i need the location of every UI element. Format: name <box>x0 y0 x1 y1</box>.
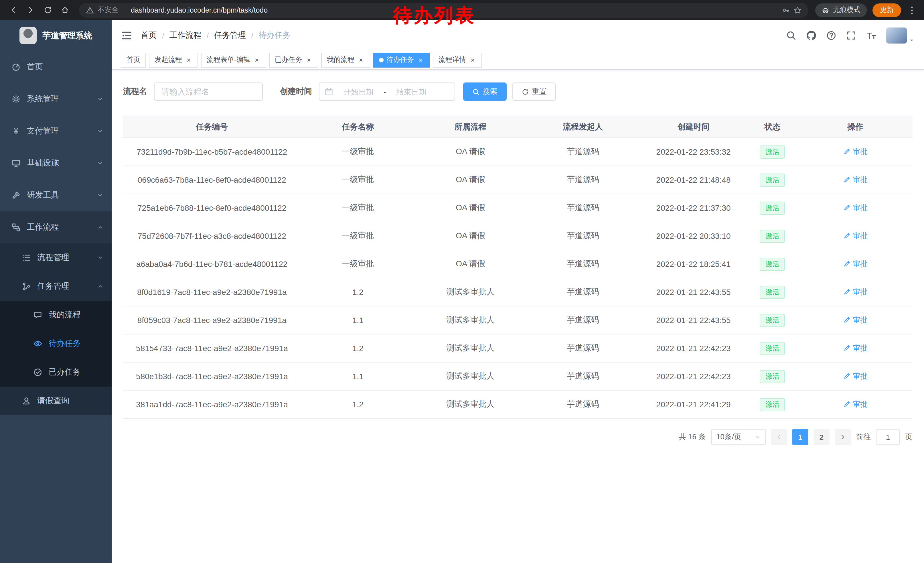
next-page-button[interactable] <box>835 429 851 445</box>
cell-initiator: 芋道源码 <box>526 250 640 278</box>
sidebar-item-workflow[interactable]: 工作流程 <box>0 211 112 243</box>
cell-initiator: 芋道源码 <box>526 222 640 250</box>
tab-form-edit[interactable]: 流程表单-编辑× <box>201 53 266 67</box>
approve-link[interactable]: 审批 <box>843 203 868 213</box>
chevron-up-icon <box>97 283 104 290</box>
approve-link[interactable]: 审批 <box>843 287 868 297</box>
breadcrumb-item[interactable]: 工作流程 <box>170 30 201 41</box>
user-avatar[interactable] <box>886 27 915 43</box>
prev-page-button[interactable] <box>771 429 787 445</box>
sidebar-item-todo-task[interactable]: 待办任务 <box>0 329 112 358</box>
sidebar-item-process-mgmt[interactable]: 流程管理 <box>0 243 112 272</box>
user-icon <box>22 396 31 405</box>
cell-task-id: 58154733-7ac8-11ec-a9e2-a2380e71991a <box>123 334 301 362</box>
cell-created-time: 2022-01-22 21:37:30 <box>640 194 747 222</box>
tool-icon <box>12 191 21 200</box>
annotation-todo-list: 待办列表 <box>393 3 476 29</box>
incognito-label: 无痕模式 <box>833 5 861 15</box>
sidebar-item-task-mgmt[interactable]: 任务管理 <box>0 272 112 301</box>
cell-status: 激活 <box>747 306 798 334</box>
sidebar-item-home[interactable]: 首页 <box>0 51 112 83</box>
edit-icon <box>843 344 850 352</box>
app-logo[interactable]: 芋道管理系统 <box>0 20 112 51</box>
approve-link[interactable]: 审批 <box>843 175 868 185</box>
cell-action: 审批 <box>798 278 912 306</box>
update-button[interactable]: 更新 <box>873 3 901 17</box>
search-button[interactable]: 搜索 <box>463 83 507 101</box>
reload-button[interactable] <box>40 3 55 18</box>
home-button[interactable] <box>57 3 72 18</box>
table-header-row: 任务编号任务名称所属流程流程发起人创建时间状态操作 <box>123 116 912 138</box>
fullscreen-icon[interactable] <box>846 30 856 41</box>
cell-process: OA 请假 <box>415 250 525 278</box>
back-icon <box>9 6 18 14</box>
tab-done-task[interactable]: 已办任务× <box>269 53 318 67</box>
approve-link[interactable]: 审批 <box>843 371 868 381</box>
check-circle-icon <box>33 368 42 377</box>
goto-page-input[interactable] <box>876 429 900 445</box>
close-tab-icon[interactable]: × <box>417 56 424 63</box>
tab-process-detail[interactable]: 流程详情× <box>433 53 482 67</box>
tab-todo-task[interactable]: 待办任务× <box>373 53 430 67</box>
cell-created-time: 2022-01-22 21:48:48 <box>640 166 747 194</box>
approve-link[interactable]: 审批 <box>843 315 868 325</box>
close-tab-icon[interactable]: × <box>253 56 261 63</box>
key-icon[interactable] <box>782 6 790 14</box>
sidebar-item-dev-tools[interactable]: 研发工具 <box>0 179 112 211</box>
end-date-input[interactable] <box>388 87 434 96</box>
start-date-input[interactable] <box>336 87 381 96</box>
sidebar-item-system[interactable]: 系统管理 <box>0 83 112 115</box>
cell-process: 测试多审批人 <box>415 334 525 362</box>
close-tab-icon[interactable]: × <box>185 56 192 63</box>
search-icon[interactable] <box>786 30 796 41</box>
close-tab-icon[interactable]: × <box>305 56 313 63</box>
sidebar-item-done-task[interactable]: 已办任务 <box>0 358 112 387</box>
approve-link[interactable]: 审批 <box>843 343 868 353</box>
close-tab-icon[interactable]: × <box>469 56 476 63</box>
sidebar-item-my-process[interactable]: 我的流程 <box>0 301 112 329</box>
process-name-input[interactable] <box>154 83 263 101</box>
yen-icon <box>12 126 21 136</box>
edit-icon <box>843 232 850 240</box>
breadcrumb-item[interactable]: 任务管理 <box>214 30 246 41</box>
kebab-menu-icon[interactable] <box>907 5 917 15</box>
cell-process: OA 请假 <box>415 222 525 250</box>
active-tab-dot <box>379 57 384 62</box>
sidebar-item-infrastructure[interactable]: 基础设施 <box>0 147 112 179</box>
cell-task-name: 一级审批 <box>301 138 416 166</box>
tab-launch-process[interactable]: 发起流程× <box>149 53 198 67</box>
approve-link-label: 审批 <box>853 175 868 185</box>
forward-button[interactable] <box>23 3 38 18</box>
help-icon[interactable] <box>826 30 836 41</box>
cell-created-time: 2022-01-22 18:25:41 <box>640 250 747 278</box>
close-tab-icon[interactable]: × <box>357 56 364 63</box>
sidebar-item-leave-query[interactable]: 请假查询 <box>0 387 112 415</box>
approve-link[interactable]: 审批 <box>843 147 868 157</box>
hamburger-icon[interactable] <box>121 30 132 41</box>
approve-link[interactable]: 审批 <box>843 231 868 241</box>
create-time-range-picker[interactable]: - <box>319 83 455 101</box>
page-button-1[interactable]: 1 <box>792 429 808 445</box>
sidebar: 芋道管理系统 首页系统管理支付管理基础设施研发工具工作流程流程管理任务管理我的流… <box>0 20 112 563</box>
edit-icon <box>843 204 850 212</box>
tab-my-process[interactable]: 我的流程× <box>321 53 370 67</box>
cell-status: 激活 <box>747 278 798 306</box>
approve-link-label: 审批 <box>853 259 868 269</box>
github-icon[interactable] <box>806 30 816 41</box>
cell-status: 激活 <box>747 222 798 250</box>
cell-task-name: 1.1 <box>301 306 416 334</box>
reset-button[interactable]: 重置 <box>512 83 556 101</box>
tab-home[interactable]: 首页 <box>121 53 146 67</box>
star-icon[interactable] <box>794 6 801 14</box>
breadcrumb-item: 待办任务 <box>258 30 291 41</box>
logo-image <box>20 27 37 44</box>
breadcrumb-item[interactable]: 首页 <box>141 30 157 41</box>
back-button[interactable] <box>6 3 21 18</box>
font-size-icon[interactable] <box>866 30 876 41</box>
page-size-select[interactable]: 10条/页 <box>711 429 766 445</box>
approve-link[interactable]: 审批 <box>843 399 868 410</box>
page-button-2[interactable]: 2 <box>813 429 830 445</box>
table-body: 73211d9d-7b9b-11ec-b5b7-acde48001122一级审批… <box>123 138 912 418</box>
approve-link[interactable]: 审批 <box>843 259 868 269</box>
sidebar-item-payment[interactable]: 支付管理 <box>0 115 112 147</box>
